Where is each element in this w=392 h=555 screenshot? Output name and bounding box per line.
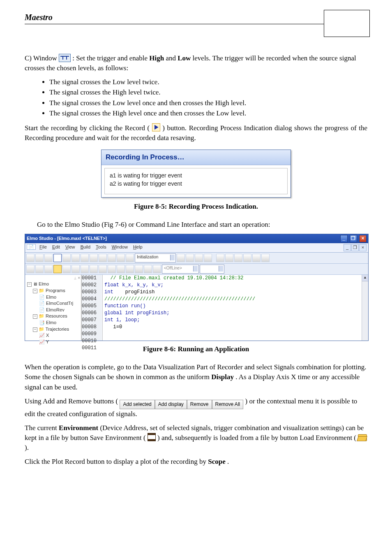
save-environment-icon (148, 433, 156, 441)
bullet-item: The signal crosses the Low level twice. (49, 77, 367, 87)
tbtn-print-icon[interactable] (117, 254, 125, 262)
combo-search[interactable] (200, 265, 224, 274)
tbtn-ex2-icon[interactable] (153, 265, 161, 273)
header-rule (25, 24, 324, 24)
tbtn-search-icon[interactable] (177, 254, 185, 262)
intro-mid: and (166, 54, 178, 62)
tbtn-paste-icon[interactable] (90, 254, 98, 262)
add-display-button[interactable]: Add display (155, 400, 187, 409)
maximize-button[interactable]: ❐ (350, 235, 357, 242)
menu-build[interactable]: Build (81, 244, 90, 249)
scope-bold: Scope (208, 458, 226, 465)
tree-traj[interactable]: Trajectories (46, 327, 69, 332)
tbtn-stepout-icon[interactable] (108, 265, 116, 273)
doc-icon: 📄 (27, 244, 36, 250)
bullet-list: The signal crosses the Low level twice. … (49, 77, 367, 118)
menu-tools[interactable]: Tools (96, 244, 106, 249)
dialog-title: Recording In Process… (101, 150, 291, 165)
combo-init[interactable]: Initialization (135, 253, 176, 263)
post-paragraph-3: The current Environment (Device Address,… (25, 423, 367, 453)
menu-edit[interactable]: Edit (52, 244, 60, 249)
tbtn-undo-icon[interactable] (99, 254, 107, 262)
tbtn-new-icon[interactable] (26, 254, 35, 262)
tbtn-stop-icon[interactable] (90, 265, 98, 273)
recording-dialog: Recording In Process… a1 is wating for t… (101, 150, 291, 198)
ide-toolbar-2[interactable]: <OffLine> (25, 264, 368, 275)
minimize-button[interactable]: _ (340, 235, 348, 242)
tbtn-bp2-icon[interactable] (225, 254, 233, 262)
dialog-line-2: a2 is wating for trigger event (110, 180, 282, 188)
tbtn-save-icon[interactable] (53, 254, 62, 262)
tbtn-list-icon[interactable] (62, 265, 71, 273)
tbtn-stepin-icon[interactable] (99, 265, 107, 273)
tbtn-cut-icon[interactable] (71, 254, 80, 262)
ide-title: Elmo Studio - [Elmo.maxl <TELNET>] (27, 235, 107, 242)
record-icon (152, 123, 160, 131)
code-area[interactable]: // File Elmo.maxl created 19.10.2004 14:… (103, 275, 362, 341)
tbtn-copy-icon[interactable] (81, 254, 89, 262)
window-buttons[interactable]: _ ❐ × (339, 235, 367, 242)
tbtn-stepover-icon[interactable] (117, 265, 125, 273)
tbtn-bp5-icon[interactable] (252, 254, 261, 262)
bullet-item: The signal crosses the Low level once an… (49, 98, 367, 108)
post-paragraph-2: Using Add and Remove buttons ( Add selec… (25, 396, 367, 419)
header-placeholder-box (324, 10, 370, 37)
tbtn-bp1-icon[interactable] (216, 254, 224, 262)
environment-bold: Environment (59, 424, 98, 432)
menu-file[interactable]: FFileile (39, 244, 47, 249)
goto-elmo-paragraph: Go to the Elmo Studio (Fig 7-6) or Comma… (25, 220, 367, 230)
project-tree[interactable]: ⟂ × –🖥 Elmo –📁 Programs 📄 Elmo 📄 ElmoCon… (25, 275, 82, 341)
tbtn-warn-icon[interactable] (53, 265, 62, 273)
post-paragraph-1: When the operation is complete, go to th… (25, 362, 367, 392)
scroll-up-icon[interactable]: ▲ (362, 275, 368, 281)
tbtn-ex1-icon[interactable] (144, 265, 152, 273)
tbtn-step-icon[interactable] (81, 265, 89, 273)
tree-prog-elmo[interactable]: Elmo (46, 295, 56, 299)
tbtn-bp3-icon[interactable] (234, 254, 242, 262)
tree-root[interactable]: Elmo (39, 281, 49, 286)
record-paragraph: Start the recording by clicking the Reco… (25, 123, 367, 143)
menu-view[interactable]: View (65, 244, 75, 249)
bullet-item: The signal crosses the High level twice. (49, 88, 367, 97)
button-strip: Add selectedAdd displayRemoveRemove All (120, 399, 243, 409)
tbtn-open-icon[interactable] (35, 254, 44, 262)
tree-res-elmo[interactable]: Elmo (46, 320, 56, 325)
tbtn-watch-icon[interactable] (126, 265, 134, 273)
tbtn-run-icon[interactable] (71, 265, 80, 273)
post-paragraph-4: Click the Plot Record button to display … (25, 457, 367, 467)
tbtn-preview-icon[interactable] (126, 254, 134, 262)
doc-window-buttons[interactable]: _❐× (343, 244, 367, 251)
tbtn-help-icon[interactable] (204, 254, 212, 262)
menu-window[interactable]: Window (112, 244, 128, 249)
tbtn-vars-icon[interactable] (135, 265, 143, 273)
tbtn-build-icon[interactable] (26, 265, 35, 273)
intro-paragraph: C) Window : Set the trigger and enable H… (25, 53, 367, 73)
tree-prog-rev[interactable]: ElmoRev (46, 307, 65, 312)
remove-button[interactable]: Remove (187, 400, 212, 409)
tree-resources[interactable]: Resources (46, 313, 67, 318)
tbtn-bp6-icon[interactable] (261, 254, 270, 262)
tree-traj-y[interactable]: Y (46, 339, 49, 344)
tbtn-bp4-icon[interactable] (243, 254, 251, 262)
tbtn-redo-icon[interactable] (108, 254, 116, 262)
combo-offline[interactable]: <OffLine> (162, 265, 199, 274)
ide-toolbar-1[interactable]: Initialization (25, 253, 368, 264)
tree-programs[interactable]: Programs (46, 288, 65, 293)
elmo-studio-window: Elmo Studio - [Elmo.maxl <TELNET>] _ ❐ ×… (25, 234, 369, 341)
remove-all-button[interactable]: Remove All (212, 400, 244, 409)
tree-prog-const[interactable]: ElmoConstTrj (46, 301, 73, 306)
tree-traj-x[interactable]: X (46, 333, 49, 338)
tbtn-grid-icon[interactable] (35, 265, 44, 273)
tbtn-print2-icon[interactable] (195, 254, 203, 262)
add-selected-button[interactable]: Add selected (120, 400, 154, 409)
close-button[interactable]: × (359, 235, 367, 242)
tbtn-saveall-icon[interactable] (62, 254, 71, 262)
tbtn-find-icon[interactable] (186, 254, 194, 262)
display-bold: Display (211, 373, 234, 381)
vertical-scrollbar[interactable]: ▲ (362, 275, 368, 341)
figure-caption-8-5: Figure 8-5: Recording Process Indication… (25, 202, 367, 212)
intro-low: Low (178, 54, 191, 62)
menu-help[interactable]: Help (133, 244, 143, 249)
tbtn-connect-icon[interactable] (44, 265, 53, 273)
tbtn-multi-icon[interactable] (44, 254, 53, 262)
